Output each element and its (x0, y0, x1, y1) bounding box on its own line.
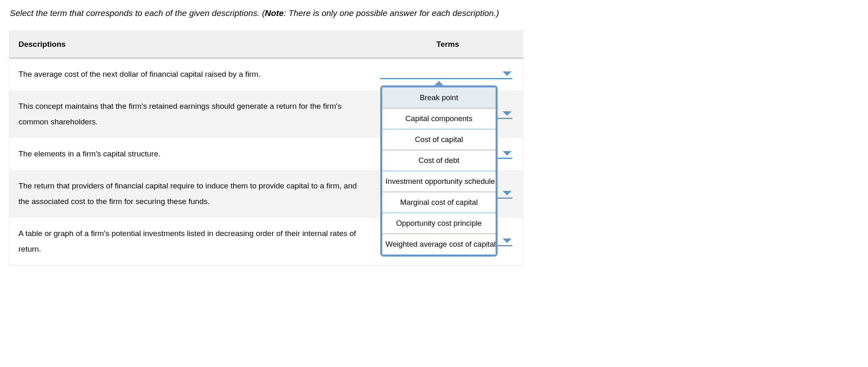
term-dropdown: Break point Capital components Cost of c… (380, 85, 498, 257)
description-cell: The average cost of the next dollar of f… (9, 58, 377, 90)
page-root: Select the term that corresponds to each… (0, 0, 868, 282)
instruction-prefix: Select the term that corresponds to each… (10, 8, 265, 18)
dropdown-option[interactable]: Capital components (382, 108, 496, 129)
dropdown-option[interactable]: Marginal cost of capital (382, 192, 496, 213)
description-cell: The elements in a firm's capital structu… (9, 138, 377, 170)
dropdown-option[interactable]: Opportunity cost principle (382, 213, 496, 234)
description-cell: The return that providers of financial c… (9, 170, 377, 218)
term-cell (377, 67, 523, 82)
dropdown-option[interactable]: Investment opportunity schedule (382, 171, 496, 192)
chevron-down-icon (503, 111, 512, 116)
header-terms: Terms (377, 31, 523, 58)
instruction-suffix: : There is only one possible answer for … (284, 8, 499, 18)
table-header-row: Descriptions Terms (9, 30, 523, 58)
chevron-down-icon (503, 151, 512, 156)
dropdown-option[interactable]: Break point (382, 87, 496, 108)
dropdown-option[interactable]: Cost of capital (382, 129, 496, 150)
instruction-text: Select the term that corresponds to each… (10, 8, 859, 18)
chevron-down-icon (503, 191, 512, 195)
dropdown-option[interactable]: Cost of debt (382, 150, 496, 171)
description-cell: This concept maintains that the firm's r… (9, 90, 377, 138)
header-descriptions: Descriptions (9, 31, 377, 58)
chevron-down-icon (503, 239, 512, 243)
matching-table: Descriptions Terms The average cost of t… (9, 30, 523, 266)
instruction-note-label: Note (265, 8, 284, 18)
term-select[interactable] (380, 67, 512, 82)
select-underline (380, 78, 512, 79)
dropdown-option[interactable]: Weighted average cost of capital (382, 234, 496, 255)
description-cell: A table or graph of a firm's potential i… (9, 218, 377, 265)
chevron-down-icon (503, 71, 512, 76)
